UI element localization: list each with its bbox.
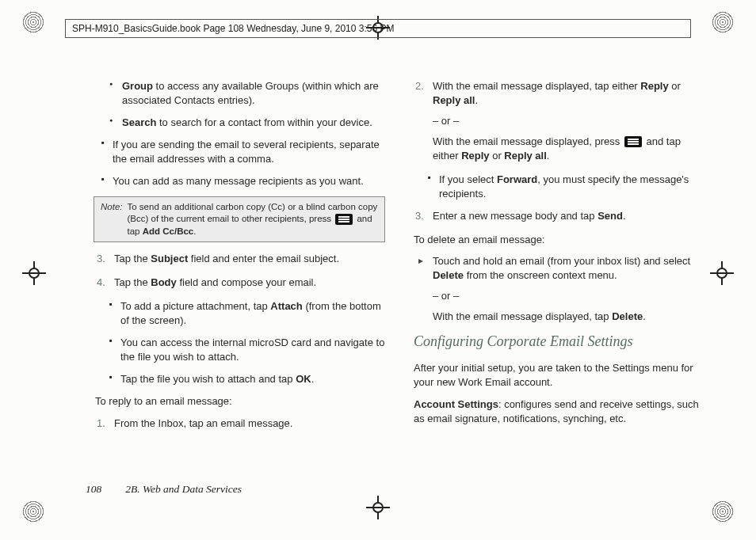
text: field and compose your email. xyxy=(177,276,316,288)
text: With the email message displayed, tap ei… xyxy=(433,80,640,92)
menu-icon xyxy=(335,214,353,225)
term: Delete xyxy=(433,269,464,281)
text: . xyxy=(623,210,626,222)
subsection-heading: Configuring Corporate Email Settings xyxy=(414,332,704,352)
text: Enter a new message body and tap xyxy=(433,210,598,222)
text: . xyxy=(643,310,646,322)
term: Reply xyxy=(640,80,668,92)
text: With the email message displayed, tap xyxy=(433,310,612,322)
paragraph: Account Settings: configures send and re… xyxy=(414,397,704,426)
term: Delete xyxy=(612,310,643,322)
term: Account Settings xyxy=(414,398,498,410)
note-box: Note: To send an additional carbon copy … xyxy=(94,196,385,243)
list-item: If you are sending the email to several … xyxy=(113,138,385,166)
registration-mark-icon xyxy=(712,500,734,523)
term: Group xyxy=(122,80,153,92)
term: Forward xyxy=(497,173,537,185)
step-number: 2. xyxy=(415,79,424,93)
text: You can access the internal microSD card… xyxy=(120,337,384,363)
text: If you are sending the email to several … xyxy=(113,139,380,165)
term: Reply xyxy=(461,150,489,162)
text: To add a picture attachment, tap xyxy=(120,300,270,312)
note-body: To send an additional carbon copy (Cc) o… xyxy=(128,201,379,238)
left-column: Group to access any available Groups (wi… xyxy=(95,79,385,467)
term: Attach xyxy=(270,300,302,312)
section-title: 2B. Web and Data Services xyxy=(125,483,242,496)
term: Send xyxy=(598,210,623,222)
term: Reply all xyxy=(433,94,475,106)
list-item: Search to search for a contact from with… xyxy=(122,116,385,130)
step-number: 1. xyxy=(97,416,105,431)
text: Touch and hold an email (from your inbox… xyxy=(433,255,690,267)
crop-cross-icon xyxy=(366,496,390,519)
text: From the Inbox, tap an email message. xyxy=(114,417,292,429)
page-number: 108 xyxy=(86,483,101,496)
text: Tap the xyxy=(114,276,151,288)
step-item: 1. From the Inbox, tap an email message. xyxy=(114,416,385,431)
text: to search for a contact from within your… xyxy=(156,116,372,128)
or-separator: – or – xyxy=(433,114,704,128)
step-item: 3. Tap the Subject field and enter the e… xyxy=(114,252,385,266)
text: . xyxy=(311,373,315,385)
list-item: If you select Forward, you must specify … xyxy=(439,173,704,201)
crop-cross-icon xyxy=(22,261,46,285)
list-item: Group to access any available Groups (wi… xyxy=(122,79,385,108)
text: field and enter the email subject. xyxy=(188,253,339,264)
step-item: 3. Enter a new message body and tap Send… xyxy=(433,209,704,223)
text: Tap the xyxy=(114,253,151,264)
step-item: 4. Tap the Body field and compose your e… xyxy=(114,276,385,290)
step-number: 3. xyxy=(97,252,105,266)
header-text: SPH-M910_BasicsGuide.book Page 108 Wedne… xyxy=(72,23,394,34)
document-header: SPH-M910_BasicsGuide.book Page 108 Wedne… xyxy=(65,19,691,38)
text: You can add as many message recipients a… xyxy=(113,175,364,187)
text: If you select xyxy=(439,173,497,185)
text: Tap the file you wish to attach and tap xyxy=(120,373,296,385)
term: Subject xyxy=(151,253,188,264)
term: Add Cc/Bcc xyxy=(143,226,194,236)
term: Search xyxy=(122,116,156,128)
list-item: You can access the internal microSD card… xyxy=(120,336,385,364)
term: Reply all xyxy=(504,150,546,162)
text: With the email message displayed, press xyxy=(433,135,623,147)
step-number: 3. xyxy=(415,209,424,223)
list-item: You can add as many message recipients a… xyxy=(113,174,385,188)
registration-mark-icon xyxy=(712,11,734,33)
step-item: 2. With the email message displayed, tap… xyxy=(433,79,704,163)
page-content: Group to access any available Groups (wi… xyxy=(95,79,704,467)
section-lead: To reply to an email message: xyxy=(95,394,385,409)
text: or xyxy=(490,150,505,162)
term: Body xyxy=(151,276,177,288)
list-item: To add a picture attachment, tap Attach … xyxy=(120,299,385,328)
menu-icon xyxy=(624,136,642,147)
term: OK xyxy=(296,373,311,385)
list-item: Touch and hold an email (from your inbox… xyxy=(433,254,704,324)
text: to access any available Groups (within w… xyxy=(122,80,379,106)
page-footer: 108 2B. Web and Data Services xyxy=(86,483,242,496)
right-column: 2. With the email message displayed, tap… xyxy=(414,79,704,467)
step-number: 4. xyxy=(97,276,105,290)
crop-cross-icon xyxy=(710,261,734,285)
text: . xyxy=(193,226,196,236)
note-label: Note: xyxy=(101,201,123,238)
or-separator: – or – xyxy=(433,289,704,303)
text: . xyxy=(547,150,550,162)
section-lead: To delete an email message: xyxy=(414,233,704,247)
text: . xyxy=(475,94,478,106)
registration-mark-icon xyxy=(22,500,44,523)
text: from the onscreen context menu. xyxy=(464,269,617,281)
registration-mark-icon xyxy=(22,11,44,33)
list-item: Tap the file you wish to attach and tap … xyxy=(120,372,385,386)
paragraph: After your initial setup, you are taken … xyxy=(414,361,704,390)
text: or xyxy=(669,80,681,92)
